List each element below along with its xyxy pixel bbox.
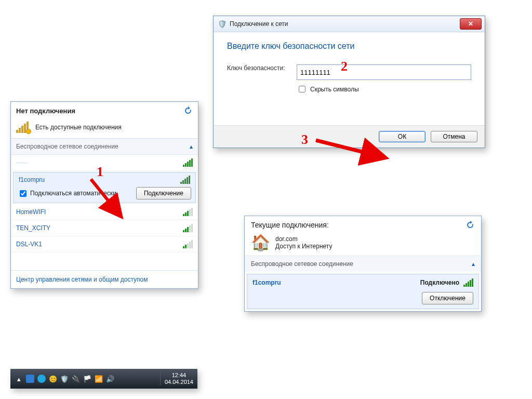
connected-status-label: Подключено bbox=[420, 279, 459, 286]
callout-2: 2 bbox=[341, 59, 348, 74]
network-item[interactable]: TEN_XCITY bbox=[11, 220, 198, 236]
network-name: DSL-VK1 bbox=[16, 241, 42, 248]
signal-available-icon bbox=[16, 122, 31, 133]
network-name: HomeWIFI bbox=[16, 208, 46, 216]
home-network-icon: 🏠 bbox=[251, 235, 270, 250]
tray-app-icon[interactable] bbox=[26, 375, 34, 383]
network-tray-icon[interactable]: 📶 bbox=[95, 375, 103, 383]
callout-3: 3 bbox=[301, 132, 308, 148]
current-connections-flyout: Текущие подключения: 🏠 dor.com Доступ к … bbox=[244, 216, 482, 312]
refresh-icon[interactable] bbox=[466, 220, 475, 230]
network-name: TEN_XCITY bbox=[16, 224, 50, 232]
connect-button[interactable]: Подключение bbox=[136, 187, 191, 200]
signal-icon bbox=[180, 176, 190, 184]
connected-network-item[interactable]: f1compru Подключено Отключение bbox=[247, 274, 479, 309]
tray-app-icon[interactable]: 😊 bbox=[49, 375, 57, 383]
network-item[interactable]: DSL-VK1 bbox=[11, 236, 198, 252]
clock-time: 12:44 bbox=[165, 372, 193, 379]
wireless-section-label: Беспроводное сетевое соединение bbox=[16, 143, 118, 150]
network-name: f1compru bbox=[252, 279, 281, 286]
clock-date: 04.04.2014 bbox=[165, 379, 193, 385]
hide-chars-checkbox[interactable] bbox=[299, 86, 305, 92]
hide-chars-label: Скрыть символы bbox=[310, 86, 359, 93]
security-key-label: Ключ безопасности: bbox=[227, 64, 289, 73]
tray-up-icon[interactable]: ▴ bbox=[15, 375, 23, 383]
taskbar-clock[interactable]: 12:44 04.04.2014 bbox=[160, 372, 197, 385]
volume-icon[interactable]: 🔊 bbox=[106, 375, 114, 383]
security-key-input[interactable] bbox=[297, 64, 471, 80]
close-button[interactable]: ✕ bbox=[460, 18, 482, 30]
signal-icon bbox=[183, 158, 193, 167]
no-connection-label: Нет подключения bbox=[16, 107, 75, 115]
security-key-dialog: 🛡️ Подключение к сети ✕ Введите ключ без… bbox=[213, 16, 485, 148]
chevron-up-icon[interactable]: ▴ bbox=[472, 260, 475, 268]
tray-app-icon[interactable] bbox=[37, 375, 46, 383]
svg-line-1 bbox=[316, 140, 382, 157]
signal-icon bbox=[183, 208, 193, 216]
svg-line-0 bbox=[91, 179, 119, 215]
system-tray: ▴ 😊 🛡️ 🔌 🏳️ 📶 🔊 bbox=[10, 375, 160, 383]
available-connections-label: Есть доступные подключения bbox=[35, 124, 122, 131]
network-name: —— bbox=[16, 159, 29, 166]
tray-app-icon[interactable]: 🛡️ bbox=[60, 375, 69, 383]
current-connections-label: Текущие подключения: bbox=[251, 221, 329, 229]
network-center-link[interactable]: Центр управления сетями и общим доступом bbox=[11, 270, 198, 288]
auto-connect-checkbox[interactable] bbox=[20, 190, 26, 197]
signal-icon bbox=[183, 240, 193, 248]
taskbar: ▴ 😊 🛡️ 🔌 🏳️ 📶 🔊 12:44 04.04.2014 bbox=[10, 369, 197, 389]
disconnect-button[interactable]: Отключение bbox=[422, 292, 473, 304]
arrow-3-icon bbox=[311, 134, 394, 167]
dialog-heading: Введите ключ безопасности сети bbox=[227, 42, 471, 51]
dialog-titlebar[interactable]: 🛡️ Подключение к сети ✕ bbox=[214, 16, 485, 32]
dialog-title: Подключение к сети bbox=[230, 20, 288, 28]
refresh-icon[interactable] bbox=[183, 106, 193, 115]
network-item[interactable]: —— bbox=[11, 155, 198, 171]
power-icon[interactable]: 🔌 bbox=[72, 375, 80, 383]
flag-icon[interactable]: 🏳️ bbox=[83, 375, 91, 383]
cancel-button[interactable]: Отмена bbox=[431, 131, 477, 142]
shield-icon: 🛡️ bbox=[218, 20, 227, 28]
domain-label: dor.com bbox=[275, 235, 332, 243]
chevron-up-icon[interactable]: ▴ bbox=[190, 143, 193, 150]
signal-icon bbox=[183, 224, 193, 232]
internet-access-label: Доступ к Интернету bbox=[275, 243, 332, 250]
network-name: f1compru bbox=[19, 176, 45, 183]
arrow-1-icon bbox=[83, 174, 130, 222]
signal-icon bbox=[463, 278, 473, 287]
wireless-section-label: Беспроводное сетевое соединение bbox=[251, 260, 353, 268]
